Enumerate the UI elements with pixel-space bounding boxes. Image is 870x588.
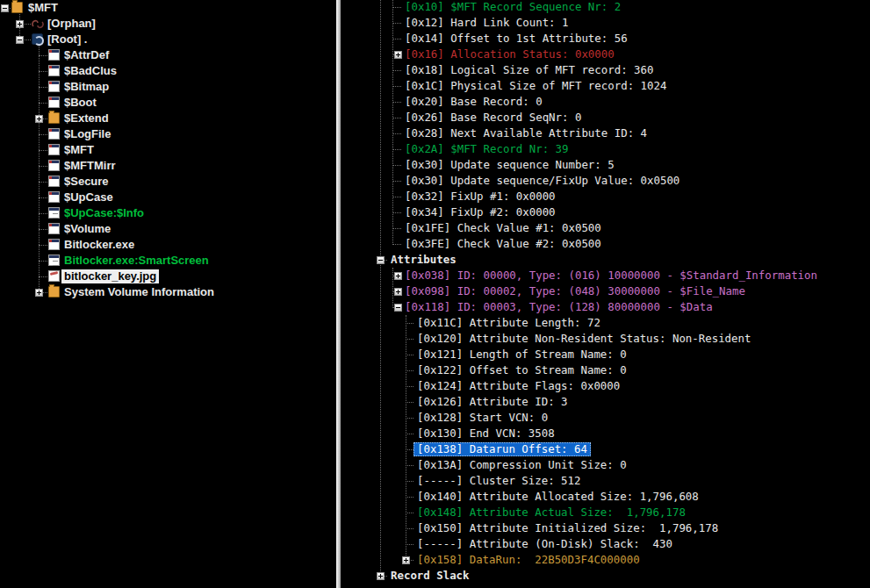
- tree-item-attrdef[interactable]: $AttrDef: [0, 47, 336, 63]
- tree-connector-line: [39, 182, 47, 183]
- record-field-0x130-end-vcn-3508[interactable]: [0x130] End VCN: 3508: [341, 426, 870, 441]
- tree-connector-line: [392, 102, 401, 103]
- tree-item-badclus[interactable]: $BadClus: [0, 63, 336, 79]
- tree-connector-line: [392, 228, 401, 229]
- record-field-0x2a-mft-record-nr-3[interactable]: [0x2A] $MFT Record Nr: 39: [341, 141, 870, 157]
- record-field-0x10-mft-record-seque[interactable]: [0x10] $MFT Record Sequence Nr: 2: [341, 0, 870, 15]
- tree-item-bitlocker-exe[interactable]: Bitlocker.exe: [0, 237, 336, 253]
- collapse-icon[interactable]: [16, 36, 24, 44]
- record-field-0x150-attribute-initia[interactable]: [0x150] Attribute Initialized Size: 1,79…: [341, 520, 870, 536]
- collapse-icon[interactable]: [1, 4, 9, 12]
- record-field-record-slack[interactable]: Record Slack: [341, 568, 870, 584]
- record-field-0x038-id-00000-type[interactable]: [0x038] ID: 00000, Type: (016) 10000000 …: [341, 268, 870, 283]
- collapse-icon[interactable]: [394, 304, 402, 312]
- disk-editor-window: $MFT[Orphan][Root] .$AttrDef$BadClus$Bit…: [0, 0, 870, 588]
- tree-connector-line: [392, 149, 401, 150]
- tree-item-label: $BadClus: [64, 64, 117, 78]
- tree-item-bitlocker-exe-smartscreen[interactable]: Bitlocker.exe:SmartScreen: [0, 253, 336, 269]
- record-field-0x1fe-check-value-1[interactable]: [0x1FE] Check Value #1: 0x0500: [341, 220, 870, 236]
- record-field-0x20-base-record-0[interactable]: [0x20] Base Record: 0: [341, 94, 870, 110]
- tree-item-volume[interactable]: $Volume: [0, 221, 336, 237]
- record-field-0x11c-attribute-length[interactable]: [0x11C] Attribute Length: 72: [341, 315, 870, 331]
- record-field-0x1c-physical-size-of[interactable]: [0x1C] Physical Size of MFT record: 1024: [341, 78, 870, 94]
- record-field-0x124-attribute-flags[interactable]: [0x124] Attribute Flags: 0x0000: [341, 378, 870, 394]
- record-field-0x16-allocation-status[interactable]: [0x16] Allocation Status: 0x0000: [341, 47, 870, 62]
- tree-item-label: $Volume: [64, 222, 111, 236]
- expand-icon[interactable]: [394, 272, 402, 280]
- expand-icon[interactable]: [402, 556, 410, 564]
- record-field-attribute-on-di[interactable]: [-----] Attribute (On-Disk) Slack: 430: [341, 536, 870, 552]
- tree-item-extend[interactable]: $Extend: [0, 111, 336, 126]
- expand-icon[interactable]: [377, 572, 385, 580]
- tree-connector-line: [39, 197, 47, 198]
- tree-item-system-volume-information[interactable]: System Volume Information: [0, 284, 336, 300]
- tree-connector-line: [392, 181, 401, 182]
- record-field-0x12-hard-link-count[interactable]: [0x12] Hard Link Count: 1: [341, 15, 870, 31]
- record-field-0x158-datarun-22b50d[interactable]: [0x158] DataRun: 22B50D3F4C000000: [341, 552, 870, 568]
- record-field-0x118-id-00003-type[interactable]: [0x118] ID: 00003, Type: (128) 80000000 …: [341, 299, 870, 315]
- record-field-label: [0x26] Base Record SeqNr: 0: [405, 111, 581, 124]
- record-field-cluster-size-51[interactable]: [-----] Cluster Size: 512: [341, 473, 870, 489]
- record-field-0x138-datarun-offset[interactable]: [0x138] Datarun Offset: 64: [341, 441, 870, 457]
- expand-icon[interactable]: [394, 51, 402, 59]
- expand-icon[interactable]: [35, 115, 43, 123]
- tree-item-orphan[interactable]: [Orphan]: [0, 16, 336, 32]
- record-field-label: [0x128] Start VCN: 0: [417, 412, 548, 424]
- record-field-label: [0x3FE] Check Value #2: 0x0500: [405, 238, 601, 250]
- tree-item-logfile[interactable]: $LogFile: [0, 126, 336, 142]
- expand-icon[interactable]: [394, 288, 402, 296]
- tree-connector-line: [392, 212, 401, 213]
- tree-connector-line: [406, 355, 413, 355]
- record-field-label: [0x120] Attribute Non-Resident Status: N…: [417, 333, 751, 345]
- record-field-0x098-id-00002-type[interactable]: [0x098] ID: 00002, Type: (048) 30000000 …: [341, 283, 870, 299]
- expand-icon[interactable]: [35, 289, 43, 297]
- tree-item-bitmap[interactable]: $Bitmap: [0, 79, 336, 95]
- record-field-0x3fe-check-value-2[interactable]: [0x3FE] Check Value #2: 0x0500: [341, 236, 870, 252]
- expand-icon[interactable]: [16, 20, 24, 28]
- tree-item-label: System Volume Information: [64, 285, 214, 299]
- tree-connector-line: [39, 213, 47, 214]
- record-field-0x122-offset-to-stream[interactable]: [0x122] Offset to Stream Name: 0: [341, 362, 870, 378]
- tree-connector-line: [392, 118, 401, 118]
- tree-item-upcase[interactable]: $UpCase: [0, 190, 336, 205]
- tree-connector-line: [392, 165, 401, 166]
- record-field-0x120-attribute-non-re[interactable]: [0x120] Attribute Non-Resident Status: N…: [341, 331, 870, 347]
- record-field-label: [0x16] Allocation Status: 0x0000: [405, 48, 615, 61]
- tree-item-boot[interactable]: $Boot: [0, 95, 336, 111]
- record-field-0x30-update-sequence-f[interactable]: [0x30] Update sequence/FixUp Value: 0x05…: [341, 173, 870, 189]
- collapse-icon[interactable]: [377, 256, 385, 264]
- tree-connector-line: [406, 418, 413, 419]
- record-field-0x148-attribute-actual[interactable]: [0x148] Attribute Actual Size: 1,796,178: [341, 505, 870, 520]
- tree-connector-line: [406, 465, 413, 466]
- record-field-label: [0x140] Attribute Allocated Size: 1,796,…: [417, 491, 699, 503]
- record-field-0x126-attribute-id-3[interactable]: [0x126] Attribute ID: 3: [341, 394, 870, 410]
- record-field-0x18-logical-size-of-m[interactable]: [0x18] Logical Size of MFT record: 360: [341, 62, 870, 78]
- record-field-0x26-base-record-seqnr[interactable]: [0x26] Base Record SeqNr: 0: [341, 110, 870, 125]
- tree-item-label: $AttrDef: [64, 48, 109, 62]
- tree-item-bitlocker-key-jpg[interactable]: bitlocker_key.jpg: [0, 269, 336, 284]
- tree-item-mft[interactable]: $MFT: [0, 0, 336, 16]
- tree-item-upcase-info[interactable]: $UpCase:$Info: [0, 205, 336, 221]
- record-field-0x28-next-available-at[interactable]: [0x28] Next Available Attribute ID: 4: [341, 125, 870, 141]
- file-icon: [48, 49, 60, 61]
- tree-item-mft[interactable]: $MFT: [0, 142, 336, 158]
- tree-item-secure[interactable]: $Secure: [0, 174, 336, 190]
- record-field-label: [0x2A] $MFT Record Nr: 39: [405, 143, 569, 155]
- record-field-0x30-update-sequence-n[interactable]: [0x30] Update sequence Number: 5: [341, 157, 870, 173]
- tree-item-mftmirr[interactable]: $MFTMirr: [0, 158, 336, 174]
- tree-connector-line: [39, 150, 47, 151]
- record-field-0x14-offset-to-1st-att[interactable]: [0x14] Offset to 1st Attribute: 56: [341, 31, 870, 47]
- tree-connector-line: [406, 339, 413, 340]
- record-field-0x121-length-of-stream[interactable]: [0x121] Length of Stream Name: 0: [341, 347, 870, 362]
- tree-connector-line: [406, 513, 413, 513]
- record-field-attributes[interactable]: Attributes: [341, 252, 870, 268]
- tree-item-root[interactable]: [Root] .: [0, 32, 336, 47]
- record-field-0x128-start-vcn-0[interactable]: [0x128] Start VCN: 0: [341, 410, 870, 426]
- record-field-label: [0x11C] Attribute Length: 72: [417, 317, 600, 329]
- record-field-0x32-fixup-1-0x0000[interactable]: [0x32] FixUp #1: 0x0000: [341, 189, 870, 204]
- tree-item-label: Bitlocker.exe: [64, 238, 134, 252]
- file-icon: [48, 239, 60, 250]
- record-field-0x13a-compression-unit[interactable]: [0x13A] Compression Unit Size: 0: [341, 457, 870, 473]
- record-field-0x140-attribute-alloca[interactable]: [0x140] Attribute Allocated Size: 1,796,…: [341, 489, 870, 505]
- record-field-0x34-fixup-2-0x0000[interactable]: [0x34] FixUp #2: 0x0000: [341, 204, 870, 220]
